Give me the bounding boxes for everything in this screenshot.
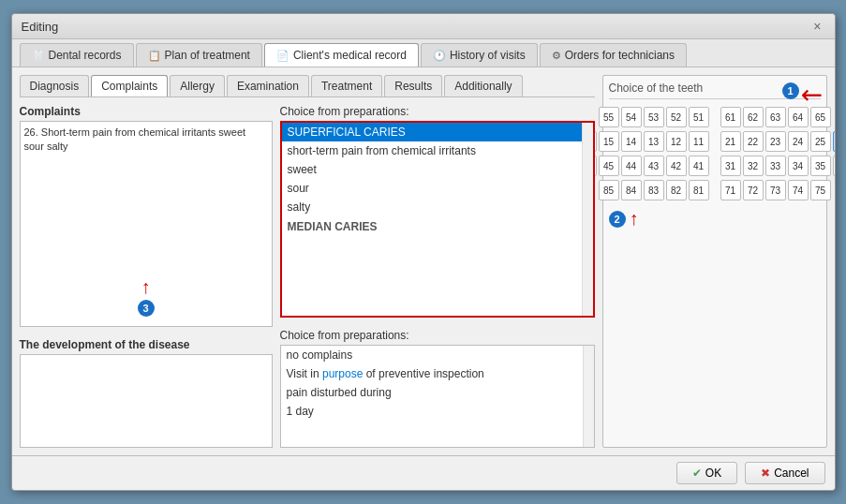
choice-item-superficial[interactable]: SUPERFICIAL CARIES	[282, 123, 582, 141]
tooth-55[interactable]: 55	[599, 107, 619, 127]
tooth-14[interactable]: 14	[621, 131, 642, 152]
tooth-33[interactable]: 33	[765, 156, 786, 176]
scrollbar-1[interactable]	[582, 123, 593, 316]
ok-icon: ✔	[692, 467, 702, 480]
choice-item-sour[interactable]: sour	[282, 179, 582, 198]
sub-tab-allergy[interactable]: Allergy	[170, 75, 225, 96]
tooth-84[interactable]: 84	[621, 180, 642, 200]
medical-icon: 📄	[276, 50, 289, 62]
teeth-panel: Choice of the teeth 55 54 53 52 51 61 62…	[602, 75, 827, 448]
tooth-51[interactable]: 51	[689, 107, 709, 127]
tooth-65[interactable]: 65	[810, 107, 831, 127]
tooth-42[interactable]: 42	[666, 156, 687, 176]
tooth-32[interactable]: 32	[743, 156, 764, 176]
tab-medical-record[interactable]: 📄 Client's medical record	[264, 43, 419, 67]
tooth-44[interactable]: 44	[621, 156, 642, 176]
complaints-panel: Complaints 26. Short-term pain from chem…	[20, 105, 273, 448]
tab-medical-label: Client's medical record	[293, 49, 407, 62]
tooth-73[interactable]: 73	[765, 180, 786, 200]
choice-item-short-term[interactable]: short-term pain from chemical irritants	[282, 141, 582, 160]
tooth-41[interactable]: 41	[689, 156, 709, 176]
teeth-gap-2	[711, 131, 719, 152]
tooth-11[interactable]: 11	[689, 131, 709, 152]
choice-item-no-complains[interactable]: no complains	[281, 346, 583, 364]
tooth-35[interactable]: 35	[810, 156, 831, 176]
choice-list-2[interactable]: no complains Visit in purpose of prevent…	[280, 345, 595, 448]
development-section: The development of the disease	[20, 338, 273, 448]
tooth-75[interactable]: 75	[810, 180, 831, 200]
tooth-34[interactable]: 34	[788, 156, 809, 176]
teeth-grid: 55 54 53 52 51 61 62 63 64 65 18 17 16	[609, 107, 821, 200]
ok-label: OK	[705, 467, 721, 480]
sub-tab-additionally[interactable]: Additionally	[444, 75, 522, 96]
tooth-25[interactable]: 25	[810, 131, 831, 152]
choice-item-1day[interactable]: 1 day	[281, 402, 583, 421]
choice-item-visit[interactable]: Visit in purpose of preventive inspectio…	[281, 364, 583, 383]
tooth-21[interactable]: 21	[720, 131, 741, 152]
scrollbar-2[interactable]	[583, 346, 594, 447]
tooth-23[interactable]: 23	[765, 131, 786, 152]
tab-dental-label: Dental records	[49, 49, 122, 62]
sub-tabs-bar: Diagnosis Complaints Allergy Examination…	[20, 75, 595, 97]
footer: ✔ OK ✖ Cancel	[12, 455, 835, 490]
tab-orders-technicians[interactable]: ⚙ Orders for technicians	[540, 43, 687, 67]
tooth-15[interactable]: 15	[599, 131, 619, 152]
teeth-gap-4	[711, 180, 719, 200]
tooth-12[interactable]: 12	[666, 131, 687, 152]
complaints-section: Complaints 26. Short-term pain from chem…	[20, 105, 273, 327]
tooth-24[interactable]: 24	[788, 131, 809, 152]
close-button[interactable]: ×	[809, 19, 824, 34]
tab-dental-records[interactable]: 🦷 Dental records	[20, 43, 134, 67]
tooth-22[interactable]: 22	[743, 131, 764, 152]
tooth-71[interactable]: 71	[720, 180, 741, 200]
development-label: The development of the disease	[20, 338, 273, 351]
tooth-45[interactable]: 45	[599, 156, 619, 176]
choice-label-2: Choice from preparations:	[280, 329, 595, 342]
tooth-85[interactable]: 85	[599, 180, 619, 200]
left-panel: Diagnosis Complaints Allergy Examination…	[20, 75, 595, 448]
choice-item-salty[interactable]: salty	[282, 198, 582, 216]
choice-section-1: Choice from preparations: SUPERFICIAL CA…	[280, 105, 595, 318]
content-area: Diagnosis Complaints Allergy Examination…	[12, 67, 835, 455]
complaints-content[interactable]: 26. Short-term pain from chemical irrita…	[20, 121, 273, 327]
ok-button[interactable]: ✔ OK	[676, 462, 737, 484]
tooth-81[interactable]: 81	[689, 180, 709, 200]
teeth-gap-1	[711, 107, 719, 127]
tooth-53[interactable]: 53	[644, 107, 664, 127]
sub-tab-complaints[interactable]: Complaints	[91, 75, 168, 96]
development-content[interactable]	[20, 354, 273, 448]
dialog-title: Editing	[22, 20, 59, 34]
tooth-61[interactable]: 61	[720, 107, 741, 127]
tooth-31[interactable]: 31	[720, 156, 741, 176]
choice-item-pain[interactable]: pain disturbed during	[281, 383, 583, 402]
tooth-43[interactable]: 43	[644, 156, 664, 176]
sub-tab-examination[interactable]: Examination	[227, 75, 309, 96]
cancel-button[interactable]: ✖ Cancel	[745, 462, 824, 484]
annotation-1-area: 1 ↗	[782, 82, 823, 109]
sub-tab-results[interactable]: Results	[384, 75, 442, 96]
tooth-63[interactable]: 63	[765, 107, 786, 127]
tab-history-visits[interactable]: 🕐 History of visits	[421, 43, 538, 67]
tooth-54[interactable]: 54	[621, 107, 642, 127]
tooth-82[interactable]: 82	[666, 180, 687, 200]
tooth-26[interactable]: 26	[833, 131, 835, 152]
choices-panel: Choice from preparations: SUPERFICIAL CA…	[280, 105, 595, 448]
choice-item-sweet[interactable]: sweet	[282, 160, 582, 179]
tab-plan-treatment[interactable]: 📋 Plan of treatment	[136, 43, 262, 67]
tooth-83[interactable]: 83	[644, 180, 664, 200]
tooth-72[interactable]: 72	[743, 180, 764, 200]
sub-tab-diagnosis[interactable]: Diagnosis	[20, 75, 90, 96]
tooth-62[interactable]: 62	[743, 107, 764, 127]
choice-list-1[interactable]: SUPERFICIAL CARIES short-term pain from …	[280, 121, 595, 318]
tooth-74[interactable]: 74	[788, 180, 809, 200]
tooth-52[interactable]: 52	[666, 107, 687, 127]
tooth-13[interactable]: 13	[644, 131, 664, 152]
choice-section-2: Choice from preparations: no complains V…	[280, 329, 595, 448]
tab-history-label: History of visits	[450, 49, 526, 62]
blue-word: purpose	[322, 367, 363, 380]
sub-tab-treatment[interactable]: Treatment	[311, 75, 382, 96]
choice-label-1: Choice from preparations:	[280, 105, 595, 118]
tooth-36[interactable]: 36	[833, 156, 835, 176]
choice-item-median: MEDIAN CARIES	[282, 216, 582, 237]
plan-icon: 📋	[148, 50, 161, 62]
